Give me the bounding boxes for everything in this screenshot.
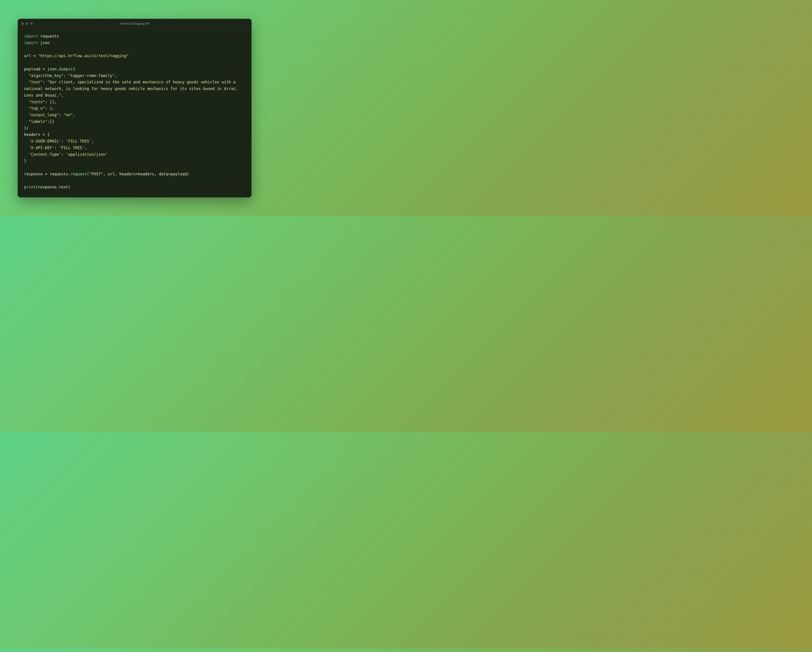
paren-close: ) [187, 172, 189, 176]
header-val-ct: 'application/json' [66, 152, 108, 157]
header-val-fill: 'FILL THIS' [59, 146, 84, 150]
assign: = [40, 133, 47, 137]
dot: . [68, 172, 70, 176]
brace-close-paren: }) [24, 126, 29, 130]
window-title: HrFlow.ai Tagging API [18, 22, 251, 25]
arg-url: url [108, 172, 115, 176]
empty-array: [] [50, 119, 54, 124]
module-requests: requests [40, 34, 59, 38]
colon: : [45, 106, 50, 111]
val-algorithm: "tagger-rome-family" [68, 73, 115, 78]
colon: : [43, 80, 47, 84]
key-labels: "labels" [29, 119, 47, 124]
indent [24, 139, 29, 143]
indent [24, 113, 29, 117]
dot: . [57, 67, 59, 71]
attr-text: text [59, 185, 68, 189]
key-text: "text" [29, 80, 43, 84]
colon: : [47, 119, 50, 124]
indent [24, 106, 29, 111]
window-titlebar: HrFlow.ai Tagging API [18, 19, 251, 28]
func-dumps: dumps [59, 67, 70, 71]
colon: : [64, 73, 68, 78]
keyword-import: import [24, 34, 38, 38]
key-texts: "texts" [29, 100, 45, 104]
ref-requests: requests [50, 172, 68, 176]
code-window: HrFlow.ai Tagging API import requests im… [18, 19, 252, 197]
comma: , [154, 172, 159, 176]
val-text: "Our client, specialized in the sale and… [24, 80, 240, 97]
key-algorithm: "algorithm_key" [29, 73, 64, 78]
eq: = [136, 172, 138, 176]
ref-headers: headers [138, 172, 154, 176]
header-key-api: 'X-API-KEY' [29, 146, 54, 150]
comma: , [115, 73, 117, 78]
dot: . [57, 185, 59, 189]
comma: , [52, 106, 54, 111]
indent [24, 152, 29, 157]
var-url: url [24, 53, 31, 58]
brace-open: { [47, 133, 50, 137]
header-key-ct: 'Content-Type' [29, 152, 61, 157]
window-controls [21, 22, 33, 25]
header-key-email: 'X-USER-EMAIL' [29, 139, 61, 143]
func-request: request [70, 172, 87, 176]
brace-open: { [73, 67, 75, 71]
header-val-fill: 'FILL THIS' [66, 139, 92, 143]
colon: : [59, 113, 64, 117]
window-close-button[interactable] [21, 22, 24, 25]
comma: , [61, 93, 64, 97]
ref-json: json [47, 67, 56, 71]
comma: , [103, 172, 108, 176]
window-minimize-button[interactable] [26, 22, 29, 25]
string-url: "https://api.hrflow.ai/v1/text/tagging" [38, 53, 129, 58]
ref-payload: payload [171, 172, 187, 176]
code-editor[interactable]: import requests import json url = "https… [18, 28, 251, 197]
colon: : [54, 146, 59, 150]
paren-close: ) [68, 185, 70, 189]
comma: , [84, 146, 87, 150]
colon: : [61, 152, 66, 157]
paren-open: ( [36, 185, 38, 189]
indent [24, 73, 29, 78]
var-payload: payload [24, 67, 40, 71]
keyword-import: import [24, 41, 38, 45]
comma: , [115, 172, 119, 176]
assign: = [40, 67, 47, 71]
ref-response: response [38, 185, 56, 189]
paren-open: ( [70, 67, 73, 71]
comma: , [54, 100, 57, 104]
var-response: response [24, 172, 43, 176]
brace-close: } [24, 158, 26, 163]
assign: = [43, 172, 50, 176]
string-post: "POST" [89, 172, 103, 176]
val-outlang: "en" [64, 113, 73, 117]
eq: = [168, 172, 171, 176]
indent [24, 80, 29, 84]
indent [24, 146, 29, 150]
key-topn: "top_n" [29, 106, 45, 111]
key-outlang: "output_lang" [29, 113, 59, 117]
indent [24, 100, 29, 104]
assign: = [31, 53, 38, 58]
val-topn: 3 [50, 106, 52, 111]
comma: , [73, 113, 75, 117]
colon: : [45, 100, 50, 104]
indent [24, 119, 29, 124]
kwarg-data: data [159, 172, 168, 176]
window-maximize-button[interactable] [30, 22, 33, 25]
paren-open: ( [87, 172, 89, 176]
comma: , [92, 139, 94, 143]
module-json: json [40, 41, 50, 45]
colon: : [61, 139, 66, 143]
kwarg-headers: headers [119, 172, 136, 176]
var-headers: headers [24, 133, 40, 137]
func-print: print [24, 185, 36, 189]
empty-array: [] [50, 100, 54, 104]
